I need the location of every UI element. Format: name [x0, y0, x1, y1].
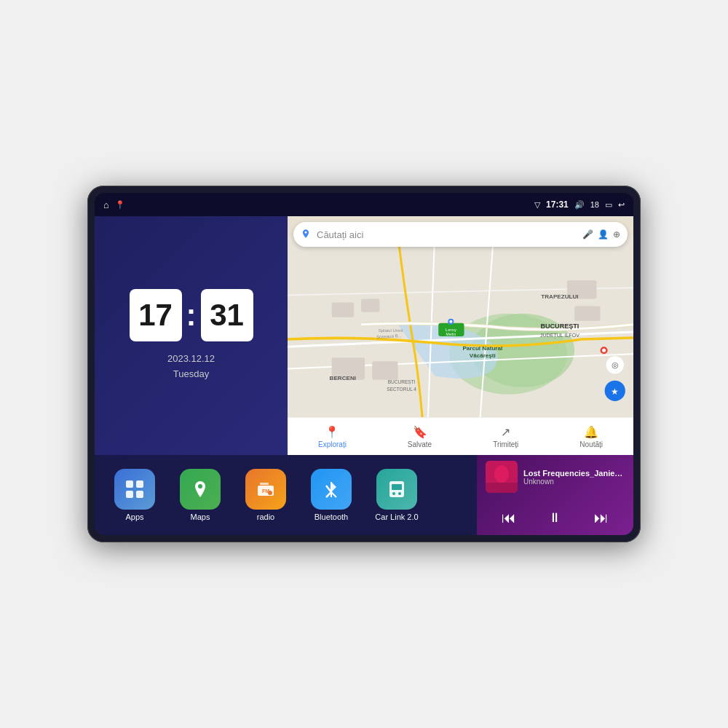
bluetooth-label: Bluetooth	[314, 513, 348, 521]
svg-rect-40	[136, 491, 143, 498]
svg-point-22	[602, 349, 606, 352]
play-pause-button[interactable]: ⏸	[542, 507, 567, 529]
apps-section: Apps Maps	[95, 455, 477, 535]
explore-icon: 📍	[325, 425, 339, 439]
news-icon: 🔔	[584, 425, 598, 439]
status-bar-left: ⌂ 📍	[103, 199, 125, 210]
svg-rect-37	[126, 480, 133, 488]
radio-icon: FM	[245, 469, 286, 510]
battery-icon: ▭	[605, 200, 612, 210]
device-frame: ⌂ 📍 ▽ 17:31 🔊 18 ▭ ↩ 17 :	[87, 186, 641, 542]
volume-level: 18	[590, 200, 599, 209]
svg-text:BERCENI: BERCENI	[330, 375, 356, 381]
news-label: Noutăți	[579, 440, 603, 448]
home-icon[interactable]: ⌂	[103, 199, 109, 210]
maps-icon	[180, 469, 221, 510]
maps-nav-icon[interactable]: 📍	[115, 200, 125, 210]
svg-point-41	[198, 484, 202, 488]
svg-text:Văcărești: Văcărești	[470, 352, 496, 359]
layers-icon[interactable]: ⊕	[613, 229, 620, 240]
svg-rect-48	[392, 484, 402, 490]
explore-label: Explorați	[318, 440, 347, 448]
map-nav-saved[interactable]: 🔖 Salvate	[408, 425, 432, 448]
maps-logo-icon	[301, 229, 311, 241]
map-nav-share[interactable]: ↗ Trimiteți	[493, 425, 518, 448]
svg-rect-9	[361, 298, 379, 312]
svg-text:Merlin: Merlin	[446, 332, 456, 336]
bottom-section: Apps Maps	[95, 455, 633, 535]
app-item-radio[interactable]: FM radio	[233, 469, 298, 521]
svg-point-52	[494, 465, 509, 483]
svg-point-20	[449, 320, 452, 323]
clock-date: 2023.12.12 Tuesday	[167, 352, 215, 382]
saved-label: Salvate	[408, 440, 432, 448]
app-item-carlink[interactable]: Car Link 2.0	[364, 469, 430, 521]
top-section: 17 : 31 2023.12.12 Tuesday	[95, 216, 633, 455]
next-button[interactable]: ⏭	[588, 507, 614, 529]
clock-display: 17 : 31	[130, 289, 253, 341]
mic-icon[interactable]: 🎤	[582, 229, 593, 240]
svg-text:BUCUREȘTI: BUCUREȘTI	[388, 379, 416, 385]
map-bottom-nav: 📍 Explorați 🔖 Salvate ↗ Trimiteți 🔔	[288, 417, 633, 455]
clock-minutes: 31	[201, 289, 253, 341]
maps-label: Maps	[191, 513, 210, 521]
map-nav-explore[interactable]: 📍 Explorați	[318, 425, 347, 448]
music-player: Lost Frequencies_Janieck Devy-... Unknow…	[477, 455, 633, 535]
status-bar-right: ▽ 17:31 🔊 18 ▭ ↩	[534, 199, 625, 210]
bluetooth-icon	[311, 469, 352, 510]
clock-hours: 17	[130, 289, 182, 341]
svg-text:TRAPEZULUI: TRAPEZULUI	[541, 293, 578, 300]
svg-text:Parcul Natural: Parcul Natural	[462, 345, 502, 352]
share-label: Trimiteți	[493, 440, 518, 448]
back-icon[interactable]: ↩	[618, 200, 625, 210]
map-search-bar[interactable]: Căutați aici 🎤 👤 ⊕	[293, 222, 628, 247]
svg-text:◎: ◎	[612, 360, 619, 369]
music-controls: ⏮ ⏸ ⏭	[486, 507, 625, 529]
music-info: Lost Frequencies_Janieck Devy-... Unknow…	[523, 469, 625, 486]
svg-text:SECTORUL 4: SECTORUL 4	[387, 387, 416, 392]
clock-colon: :	[186, 300, 197, 331]
status-bar: ⌂ 📍 ▽ 17:31 🔊 18 ▭ ↩	[95, 193, 633, 216]
svg-rect-11	[574, 306, 600, 321]
apps-label: Apps	[125, 513, 143, 521]
music-title: Lost Frequencies_Janieck Devy-...	[523, 469, 625, 478]
radio-label: radio	[257, 513, 274, 521]
music-thumbnail	[486, 461, 518, 493]
time-display: 17:31	[546, 199, 569, 210]
svg-rect-43	[260, 483, 269, 485]
map-search-actions: 🎤 👤 ⊕	[582, 229, 620, 240]
apps-icon	[114, 469, 155, 510]
svg-rect-8	[332, 303, 354, 317]
music-thumb-art	[486, 461, 518, 493]
svg-point-45	[268, 491, 272, 495]
app-item-apps[interactable]: Apps	[102, 469, 167, 521]
map-panel[interactable]: Parcul Natural Văcărești Leroy Merlin TR…	[288, 216, 633, 455]
saved-icon: 🔖	[413, 425, 427, 439]
prev-button[interactable]: ⏮	[496, 507, 522, 529]
share-icon: ↗	[501, 425, 510, 439]
svg-text:Splaiul Unirii: Splaiul Unirii	[379, 328, 403, 333]
map-nav-news[interactable]: 🔔 Noutăți	[579, 425, 603, 448]
device-screen: ⌂ 📍 ▽ 17:31 🔊 18 ▭ ↩ 17 :	[95, 193, 633, 535]
svg-rect-38	[136, 480, 143, 488]
volume-icon: 🔊	[574, 200, 585, 210]
clock-panel: 17 : 31 2023.12.12 Tuesday	[95, 216, 288, 455]
map-search-placeholder: Căutați aici	[317, 229, 577, 240]
svg-rect-39	[126, 491, 133, 498]
svg-point-50	[398, 492, 401, 495]
account-icon[interactable]: 👤	[598, 229, 609, 240]
carlink-label: Car Link 2.0	[375, 513, 418, 521]
svg-text:JUDEȚUL ILFOV: JUDEȚUL ILFOV	[540, 333, 579, 339]
carlink-icon	[376, 469, 417, 510]
signal-icon: ▽	[534, 200, 540, 210]
music-artist: Unknown	[523, 478, 625, 486]
main-area: 17 : 31 2023.12.12 Tuesday	[95, 216, 633, 535]
app-item-bluetooth[interactable]: Bluetooth	[298, 469, 364, 521]
app-item-maps[interactable]: Maps	[167, 469, 233, 521]
svg-point-49	[392, 492, 395, 495]
svg-rect-13	[372, 361, 397, 379]
svg-text:BUCUREȘTI: BUCUREȘTI	[540, 323, 579, 330]
svg-text:★: ★	[611, 387, 619, 397]
svg-point-36	[305, 231, 307, 233]
music-top: Lost Frequencies_Janieck Devy-... Unknow…	[486, 461, 625, 493]
